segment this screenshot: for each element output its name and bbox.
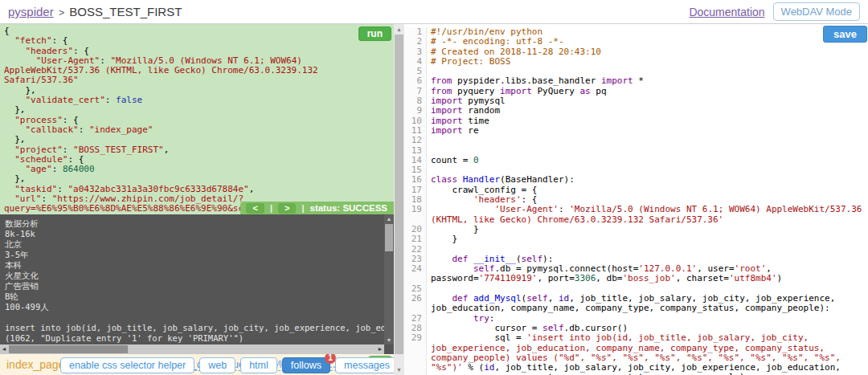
editor-line: 29 sql = 'insert into job(id, job_title,… <box>404 333 868 375</box>
follows-count-badge: 1 <box>325 354 336 364</box>
tab-html[interactable]: html <box>240 357 277 373</box>
editor-vertical-scrollbar[interactable]: ▲ ▼ <box>394 24 404 375</box>
status-divider: | <box>270 203 272 213</box>
line-number: 2 <box>404 37 427 47</box>
scroll-down-icon[interactable]: ▼ <box>384 337 394 343</box>
status-divider: | <box>301 203 304 213</box>
scrollbar-thumb[interactable] <box>385 224 393 251</box>
top-bar: pyspider>BOSS_TEST_FIRST Documentation W… <box>0 0 868 24</box>
status-label: status: SUCCESS <box>310 203 388 213</box>
console-output-text: 数据分析8k-16k北京3-5年本科火星文化广告营销B轮100-499人 ins… <box>0 214 384 344</box>
line-number: 12 <box>404 136 427 145</box>
line-number: 7 <box>404 87 427 96</box>
console-line: insert into job(id, job_title, job_salar… <box>5 323 384 333</box>
editor-line: 14count = 0 <box>404 156 868 165</box>
console-output-panel: 数据分析8k-16k北京3-5年本科火星文化广告营销B轮100-499人 ins… <box>0 214 394 354</box>
tab-follows-label: follows <box>291 360 321 371</box>
tab-follows[interactable]: follows1 <box>282 357 330 373</box>
console-line: 100-499人 <box>5 302 384 312</box>
console-line: 8k-16k <box>5 229 384 239</box>
console-line: 数据分析 <box>5 218 384 229</box>
console-line: (1062, "Duplicate entry '1' for key 'PRI… <box>5 333 384 344</box>
json-line: "age": 864000 <box>4 165 390 174</box>
line-number: 13 <box>404 146 427 156</box>
line-number: 26 <box>404 294 427 314</box>
line-number: 1 <box>404 27 427 37</box>
main-split: run { "fetch": { "headers": { "User-Agen… <box>0 24 868 375</box>
editor-line: 24 self.db = pymysql.connect(host='127.0… <box>404 264 868 284</box>
script-editor-pane: save 1#!/usr/bin/env python2# -*- encodi… <box>404 24 868 375</box>
console-horizontal-scrollbar[interactable]: ◄ ► <box>0 344 384 354</box>
editor-line: 20 } <box>404 225 868 234</box>
console-line: 火星文化 <box>5 271 384 281</box>
editor-line: 4# Project: BOSS <box>404 57 868 67</box>
editor-line: 11import re <box>404 126 868 136</box>
line-number: 21 <box>404 234 427 244</box>
line-number: 3 <box>404 47 427 57</box>
line-number: 8 <box>404 96 427 106</box>
breadcrumb-separator: > <box>59 6 65 18</box>
editor-line: 21 } <box>404 234 868 244</box>
scroll-left-icon[interactable]: ◄ <box>0 344 8 354</box>
save-button[interactable]: save <box>823 26 867 43</box>
line-number: 29 <box>404 333 427 375</box>
line-number: 24 <box>404 264 427 284</box>
tab-messages[interactable]: messages <box>335 357 394 373</box>
editor-line: 12 <box>404 136 868 145</box>
line-number: 5 <box>404 67 427 76</box>
task-json-panel: run { "fetch": { "headers": { "User-Agen… <box>0 24 394 214</box>
scroll-up-icon[interactable]: ▲ <box>394 26 404 32</box>
css-selector-helper-button[interactable]: enable css selector helper <box>60 357 194 373</box>
line-number: 22 <box>404 245 427 255</box>
editor-line: 19 'User-Agent': 'Mozilla/5.0 (Windows N… <box>404 205 868 225</box>
breadcrumb-app-link[interactable]: pyspider <box>8 5 54 18</box>
follow-task-row: index_page > https://www.zhipin.com/job_… <box>0 354 394 375</box>
scrollbar-thumb[interactable] <box>395 35 403 354</box>
scroll-right-icon[interactable]: ► <box>376 344 384 354</box>
console-line: B轮 <box>5 291 384 302</box>
tab-web[interactable]: web <box>199 357 235 373</box>
line-number: 9 <box>404 106 427 116</box>
line-number: 19 <box>404 205 427 225</box>
scroll-down-icon[interactable]: ▼ <box>394 367 404 373</box>
scroll-up-icon[interactable]: ▲ <box>384 216 394 222</box>
console-line: 本科 <box>5 260 384 271</box>
pyspider-debugger: pyspider>BOSS_TEST_FIRST Documentation W… <box>0 0 868 375</box>
json-line: "validate_cert": false <box>4 96 390 105</box>
debug-tab-bar: enable css selector helper web html foll… <box>60 357 394 373</box>
json-line: "callback": "index_page" <box>4 125 390 135</box>
task-status-bar: < | > | status: SUCCESS <box>240 202 394 214</box>
code-editor[interactable]: 1#!/usr/bin/env python2# -*- encoding: u… <box>404 24 868 375</box>
line-number: 4 <box>404 57 427 67</box>
prev-task-button[interactable]: < <box>246 203 264 214</box>
console-line: 北京 <box>5 239 384 250</box>
line-number: 6 <box>404 76 427 86</box>
line-number: 16 <box>404 175 427 185</box>
follow-task-callback: index_page <box>6 358 64 371</box>
task-json-editor[interactable]: { "fetch": { "headers": { "User-Agent": … <box>0 24 394 214</box>
console-vertical-scrollbar[interactable]: ▲ ▼ <box>384 214 394 344</box>
top-bar-actions: Documentation WebDAV Mode <box>689 2 860 21</box>
console-line: 广告营销 <box>5 281 384 291</box>
console-line <box>5 312 384 323</box>
editor-line: 26 def add_Mysql(self, id, job_title, jo… <box>404 294 868 314</box>
documentation-link[interactable]: Documentation <box>689 6 764 18</box>
console-line: 3-5年 <box>5 250 384 260</box>
next-task-button[interactable]: > <box>278 203 296 214</box>
breadcrumb-project: BOSS_TEST_FIRST <box>69 5 182 18</box>
webdav-mode-button[interactable]: WebDAV Mode <box>773 2 860 21</box>
run-button[interactable]: run <box>358 26 391 41</box>
scrollbar-thumb[interactable] <box>9 345 128 353</box>
debug-left-pane: run { "fetch": { "headers": { "User-Agen… <box>0 24 394 375</box>
breadcrumb: pyspider>BOSS_TEST_FIRST <box>8 5 182 18</box>
json-line: "User-Agent": "Mozilla/5.0 (Windows NT 6… <box>4 56 390 86</box>
